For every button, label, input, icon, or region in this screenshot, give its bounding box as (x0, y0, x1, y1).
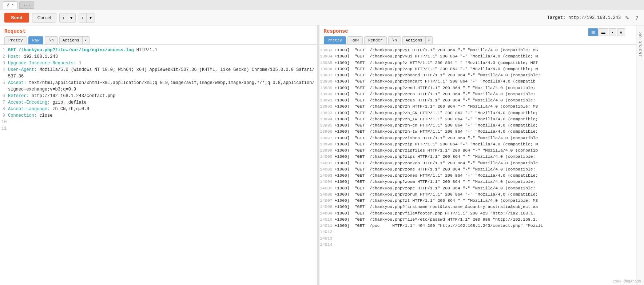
resp-line-num: 14001 (319, 160, 335, 166)
resp-line-num: 14002 (319, 166, 335, 172)
response-tab-render[interactable]: Render (364, 36, 387, 44)
view-compact-button[interactable]: ▪ (609, 28, 616, 36)
request-title: Request (4, 28, 313, 34)
edit-target-button[interactable]: ✎ (624, 14, 631, 21)
req-line-3: 3 Upgrade-Insecure-Requests: 1 (0, 60, 317, 67)
resp-line-content: +1000] "GET /thankyou.php?zh_TW HTTP/1.1… (335, 116, 538, 122)
forward-nav-group: › ▾ (79, 13, 95, 23)
req-line-2: 2 Host: 192.168.1.243 (0, 53, 317, 60)
resp-line-13984: 13984+1000] "GET /thankyou.php?yui HTTP/… (319, 53, 636, 59)
resp-line-content: +1000] "GET /thankyou.php?zoom HTTP/1.1"… (335, 178, 536, 185)
req-line-5: 5 Accept: text/html,application/xhtml+xm… (0, 80, 317, 93)
request-actions-label[interactable]: Actions (60, 37, 82, 44)
request-tabs: Pretty Raw \n Actions ▾ (4, 36, 313, 44)
view-menu-button[interactable]: ≡ (617, 28, 625, 36)
resp-line-num: 14012 (319, 229, 335, 235)
resp-line-content: +1000] "GET /poc HTTP/1.1" 404 200 "http… (335, 222, 543, 229)
resp-line-13989: 13989+1000] "GET /thankyou.php?zend HTTP… (319, 85, 636, 91)
request-actions-group: Actions ▾ (59, 36, 90, 44)
response-tab-pretty[interactable]: Pretty (324, 36, 346, 44)
resp-line-num: 13999 (319, 147, 335, 153)
resp-line-14004: 14004+1000] "GET /thankyou.php?zoom HTTP… (319, 178, 636, 185)
back-button[interactable]: ‹ (60, 13, 67, 22)
cancel-button[interactable]: Cancel (32, 13, 56, 23)
resp-line-num: 13986 (319, 66, 335, 72)
resp-line-14001: 14001+1000] "GET /thankyou.php?zoeken HT… (319, 160, 636, 166)
resp-line-num: 13985 (319, 60, 335, 66)
help-button[interactable]: ? (634, 14, 640, 21)
view-toggle: ▦ ▬ ▪ ≡ (588, 28, 625, 36)
resp-line-14008: 14008+1000] "GET /thankyou.php?firstname… (319, 204, 636, 210)
request-panel: Request Pretty Raw \n Actions ▾ 1 GET /t… (0, 25, 317, 285)
resp-line-num: 13988 (319, 78, 335, 84)
resp-line-13998: 13998+1000] "GET /thankyou.php?zip HTTP/… (319, 141, 636, 147)
resp-line-num: 13991 (319, 97, 335, 103)
resp-line-content: +1000] "GET /thankyou.php?file=/etc/pass… (335, 216, 538, 222)
resp-line-14014: 14014 (319, 241, 636, 248)
response-panel-header: Response ▦ ▬ ▪ ≡ Pretty Raw Render \n Ac… (319, 25, 636, 45)
request-tab-raw[interactable]: Raw (28, 36, 44, 44)
view-list-button[interactable]: ▬ (599, 28, 608, 36)
resp-line-14007: 14007+1000] "GET /thankyou.php?zt HTTP/1… (319, 197, 636, 204)
resp-line-content: +1000] "GET /thankyou.php?firstname=root… (335, 204, 538, 210)
request-tab-pretty[interactable]: Pretty (4, 36, 27, 44)
req-line-10: 10 (0, 119, 317, 125)
resp-line-num: 13987 (319, 72, 335, 78)
resp-line-num: 13996 (319, 128, 335, 135)
req-line-7: 7 Accept-Encoding: gzip, deflate (0, 99, 317, 106)
resp-line-13992: 13992+1000] "GET /thankyou.php?zh HTTP/1… (319, 103, 636, 109)
resp-line-13985: 13985+1000] "GET /thankyou.php?z HTTP/1.… (319, 60, 636, 66)
request-tab-n[interactable]: \n (45, 36, 57, 44)
resp-line-content: +1000] "GET /thankyou.php?zips HTTP/1.1"… (335, 153, 536, 160)
forward-dropdown-button[interactable]: ▾ (87, 13, 95, 22)
resp-line-content: +1000] "GET /thankyou.php?z HTTP/1.1" 20… (335, 60, 538, 66)
request-code-area[interactable]: 1 GET /thankyou.php?file=/var/log/nginx/… (0, 45, 317, 285)
response-tabs: Pretty Raw Render \n Actions ▾ (324, 36, 632, 44)
resp-line-14006: 14006+1000] "GET /thankyou.php?zorum HTT… (319, 191, 636, 197)
request-actions-arrow[interactable]: ▾ (82, 37, 89, 44)
main-content: Request Pretty Raw \n Actions ▾ 1 GET /t… (0, 25, 644, 285)
resp-line-content: +1000] "GET /thankyou.php?zoeken HTTP/1.… (335, 160, 538, 166)
resp-line-num: 14010 (319, 216, 335, 222)
resp-line-14002: 14002+1000] "GET /thankyou.php?zone HTTP… (319, 166, 636, 172)
resp-line-num: 14006 (319, 191, 335, 197)
response-actions-arrow[interactable]: ▾ (425, 37, 432, 44)
view-grid-button[interactable]: ▦ (588, 28, 598, 36)
resp-line-content: +1000] "GET /thankyou.php?zh-cn HTTP/1.1… (335, 122, 538, 128)
resp-line-content: +1000] "GET /thankyou.php?yt HTTP/1.1" 2… (335, 47, 538, 53)
response-code-area[interactable]: 13983+1000] "GET /thankyou.php?yt HTTP/1… (319, 45, 636, 285)
response-panel: Response ▦ ▬ ▪ ≡ Pretty Raw Render \n Ac… (319, 25, 636, 285)
resp-line-num: 13994 (319, 116, 335, 122)
resp-line-num: 14014 (319, 241, 335, 248)
resp-line-num: 14011 (319, 222, 335, 229)
resp-line-13987: 13987+1000] "GET /thankyou.php?zboard HT… (319, 72, 636, 78)
back-nav-group: ‹ ▾ (59, 13, 76, 23)
forward-button[interactable]: › (79, 13, 87, 22)
resp-line-13983: 13983+1000] "GET /thankyou.php?yt HTTP/1… (319, 47, 636, 53)
resp-line-num: 14007 (319, 197, 335, 204)
resp-line-13988: 13988+1000] "GET /thankyou.php?zencart H… (319, 78, 636, 84)
resp-line-13995: 13995+1000] "GET /thankyou.php?zh-cn HTT… (319, 122, 636, 128)
resp-line-num: 14005 (319, 185, 335, 191)
response-title: Response (324, 28, 632, 34)
resp-line-14000: 14000+1000] "GET /thankyou.php?zips HTTP… (319, 153, 636, 160)
tab-dots[interactable]: ... (19, 1, 35, 9)
tab-dots-label: ... (23, 3, 31, 7)
resp-line-num: 13997 (319, 135, 335, 141)
send-button[interactable]: Send (4, 13, 29, 23)
resp-line-num: 14008 (319, 204, 335, 210)
inspector-label[interactable]: INSPECTOR (638, 32, 643, 57)
resp-line-14005: 14005+1000] "GET /thankyou.php?zope HTTP… (319, 185, 636, 191)
req-line-8: 8 Accept-Language: zh-CN,zh;q=0.9 (0, 106, 317, 112)
resp-line-num: 14003 (319, 172, 335, 178)
tab-1-close[interactable]: × (12, 3, 14, 7)
watermark: CSDN @bqAngus (613, 280, 641, 284)
tab-1-label: 2 (7, 3, 9, 7)
back-dropdown-button[interactable]: ▾ (67, 13, 75, 22)
tab-1[interactable]: 2 × (3, 1, 18, 9)
resp-line-content: +1000] "GET /thankyou.php?zeus HTTP/1.1"… (335, 97, 536, 103)
response-tab-n[interactable]: \n (388, 36, 401, 44)
request-panel-header: Request Pretty Raw \n Actions ▾ (0, 25, 317, 45)
response-actions-label[interactable]: Actions (403, 37, 425, 44)
response-tab-raw[interactable]: Raw (347, 36, 363, 44)
